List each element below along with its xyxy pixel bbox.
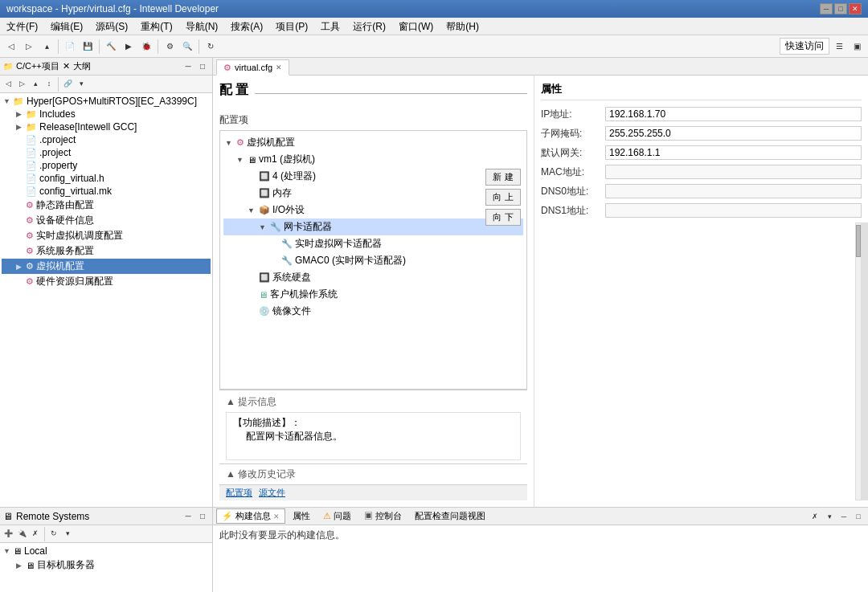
tree-item-cproject[interactable]: ▶ 📄 .cproject bbox=[2, 133, 211, 146]
new-config-button[interactable]: 新 建 bbox=[485, 169, 521, 186]
toolbar-extra1[interactable]: ☰ bbox=[831, 39, 847, 55]
prop-value-dns0[interactable] bbox=[605, 184, 862, 198]
prop-value-subnet[interactable]: 255.255.255.0 bbox=[605, 126, 862, 141]
tab-virtual-cfg[interactable]: ⚙ virtual.cfg ✕ bbox=[216, 59, 289, 76]
config-item-vm1[interactable]: ▼ 🖥 vm1 (虚拟机) bbox=[223, 151, 523, 168]
menu-project[interactable]: 项目(P) bbox=[269, 19, 314, 33]
hints-header[interactable]: ▲ 提示信息 bbox=[226, 394, 521, 410]
config-item-memory[interactable]: ▶ 🔲 内存 bbox=[223, 185, 523, 202]
remote-panel-maximize-btn[interactable]: □ bbox=[196, 510, 209, 523]
build-tab-console[interactable]: ▣ 控制台 bbox=[358, 508, 407, 524]
tree-item-hyper[interactable]: ▼ 📁 Hyper[GPOS+MultiRTOS][EC_A3399C] bbox=[2, 95, 211, 108]
tree-item-target-server[interactable]: ▶ 🖥 目标机服务器 bbox=[2, 557, 211, 573]
menu-run[interactable]: 运行(R) bbox=[346, 19, 392, 33]
config-item-virtual-config[interactable]: ▼ ⚙ 虚拟机配置 bbox=[223, 134, 523, 151]
tree-item-local[interactable]: ▼ 🖥 Local bbox=[2, 545, 211, 557]
toolbar-search[interactable]: 🔍 bbox=[179, 39, 195, 55]
tree-collapse-btn[interactable]: ↕ bbox=[43, 77, 55, 90]
config-item-netadapter[interactable]: ▼ 🔧 网卡适配器 bbox=[223, 218, 523, 235]
menu-refactor[interactable]: 重构(T) bbox=[134, 19, 178, 33]
menu-file[interactable]: 文件(F) bbox=[0, 19, 44, 33]
remote-panel-minimize-btn[interactable]: ─ bbox=[182, 510, 194, 523]
toolbar-settings[interactable]: ⚙ bbox=[162, 39, 178, 55]
prop-value-mac[interactable] bbox=[605, 165, 862, 179]
config-tab-source[interactable]: 源文件 bbox=[259, 487, 285, 499]
config-item-rt-netadapter[interactable]: ▶ 🔧 实时虚拟网卡适配器 bbox=[223, 235, 523, 252]
menu-source[interactable]: 源码(S) bbox=[89, 19, 134, 33]
tree-back-btn[interactable]: ◁ bbox=[2, 77, 14, 90]
static-route-label: 静态路由配置 bbox=[36, 198, 94, 212]
config-item-guestos[interactable]: ▶ 🖥 客户机操作系统 bbox=[223, 286, 523, 303]
tree-up-btn[interactable]: ▴ bbox=[29, 77, 42, 90]
config-item-syshard[interactable]: ▶ 🔲 系统硬盘 bbox=[223, 269, 523, 286]
menu-tools[interactable]: 工具 bbox=[314, 19, 346, 33]
menu-help[interactable]: 帮助(H) bbox=[440, 19, 485, 33]
minimize-button[interactable]: ─ bbox=[820, 3, 833, 14]
tree-forward-btn[interactable]: ▷ bbox=[15, 77, 28, 90]
build-maximize-btn[interactable]: □ bbox=[852, 510, 865, 523]
tree-item-includes[interactable]: ▶ 📁 Includes bbox=[2, 108, 211, 120]
config-item-gmac0[interactable]: ▶ 🔧 GMAC0 (实时网卡适配器) bbox=[223, 252, 523, 269]
left-panel-maximize-btn[interactable]: □ bbox=[196, 60, 209, 73]
tree-menu-btn[interactable]: ▾ bbox=[75, 77, 88, 90]
config-item-4cpu[interactable]: ▶ 🔲 4 (处理器) bbox=[223, 168, 523, 185]
move-up-button[interactable]: 向 上 bbox=[485, 189, 521, 206]
project-explorer-panel: 📁 C/C++项目 ✕ 大纲 ─ □ ◁ ▷ ▴ ↕ 🔗 ▾ bbox=[0, 58, 213, 507]
menu-navigate[interactable]: 导航(N) bbox=[179, 19, 225, 33]
history-header[interactable]: ▲ 修改历史记录 bbox=[226, 466, 521, 483]
toolbar-new[interactable]: 📄 bbox=[62, 39, 78, 55]
config-item-image[interactable]: ▶ 💿 镜像文件 bbox=[223, 303, 523, 320]
close-button[interactable]: ✕ bbox=[849, 3, 862, 14]
tree-item-sys-service[interactable]: ▶ ⚙ 系统服务配置 bbox=[2, 243, 211, 259]
build-tab-close[interactable]: ✕ bbox=[273, 512, 280, 521]
build-tab-info-label: 构建信息 bbox=[235, 511, 271, 521]
toolbar-save[interactable]: 💾 bbox=[80, 39, 96, 55]
remote-refresh-btn[interactable]: ↻ bbox=[47, 527, 60, 540]
remote-menu-btn[interactable]: ▾ bbox=[61, 527, 74, 540]
move-down-button[interactable]: 向 下 bbox=[485, 209, 521, 226]
syshard-node-icon: 🔲 bbox=[259, 272, 270, 283]
build-clear-btn[interactable]: ✗ bbox=[809, 510, 821, 523]
tree-link-btn[interactable]: 🔗 bbox=[61, 77, 74, 90]
tab-close-icon[interactable]: ✕ bbox=[276, 63, 282, 71]
menu-search[interactable]: 搜索(A) bbox=[224, 19, 269, 33]
quick-access-button[interactable]: 快速访问 bbox=[780, 38, 829, 55]
toolbar-refresh[interactable]: ↻ bbox=[203, 39, 219, 55]
tree-item-config-mk[interactable]: ▶ 📄 config_virtual.mk bbox=[2, 185, 211, 198]
menu-window[interactable]: 窗口(W) bbox=[392, 19, 440, 33]
toolbar-forward[interactable]: ▷ bbox=[21, 39, 37, 55]
build-tab-issues[interactable]: ⚠ 问题 bbox=[317, 508, 357, 524]
tree-item-static-route[interactable]: ▶ ⚙ 静态路由配置 bbox=[2, 198, 211, 213]
toolbar-extra2[interactable]: ▣ bbox=[849, 39, 865, 55]
config-item-io[interactable]: ▼ 📦 I/O外设 bbox=[223, 202, 523, 218]
build-tab-properties[interactable]: 属性 bbox=[287, 508, 316, 524]
remote-disconnect-btn[interactable]: ✗ bbox=[29, 527, 42, 540]
prop-value-ip[interactable]: 192.168.1.70 bbox=[605, 107, 862, 121]
toolbar-build[interactable]: 🔨 bbox=[103, 39, 119, 55]
build-tab-config-check[interactable]: 配置检查问题视图 bbox=[409, 508, 491, 524]
toolbar-run[interactable]: ▶ bbox=[121, 39, 137, 55]
build-tab-info[interactable]: ⚡ 构建信息 ✕ bbox=[216, 508, 285, 524]
tree-item-release[interactable]: ▶ 📁 Release[Intewell GCC] bbox=[2, 120, 211, 133]
toolbar-debug[interactable]: 🐞 bbox=[138, 39, 154, 55]
config-tab-config[interactable]: 配置项 bbox=[226, 487, 252, 499]
restore-button[interactable]: □ bbox=[834, 3, 847, 14]
tree-item-rtvmc[interactable]: ▶ ⚙ 实时虚拟机调度配置 bbox=[2, 228, 211, 243]
prop-value-dns1[interactable] bbox=[605, 203, 862, 218]
tree-item-property[interactable]: ▶ 📄 .property bbox=[2, 159, 211, 172]
menu-edit[interactable]: 编辑(E) bbox=[44, 19, 89, 33]
build-menu-btn[interactable]: ▾ bbox=[823, 510, 836, 523]
prop-value-gateway[interactable]: 192.168.1.1 bbox=[605, 145, 862, 160]
build-minimize-btn[interactable]: ─ bbox=[837, 510, 850, 523]
toolbar-back[interactable]: ◁ bbox=[3, 39, 19, 55]
left-panel-minimize-btn[interactable]: ─ bbox=[182, 60, 194, 73]
tree-item-config-h[interactable]: ▶ 📄 config_virtual.h bbox=[2, 172, 211, 185]
toolbar-up[interactable]: ▴ bbox=[39, 39, 55, 55]
tree-item-hw-resource[interactable]: ▶ ⚙ 硬件资源归属配置 bbox=[2, 274, 211, 289]
tree-item-virtual-cfg[interactable]: ▶ ⚙ 虚拟机配置 bbox=[2, 259, 211, 274]
remote-connect-btn[interactable]: 🔌 bbox=[15, 527, 28, 540]
remote-new-btn[interactable]: ➕ bbox=[2, 527, 14, 540]
tree-item-device-hw[interactable]: ▶ ⚙ 设备硬件信息 bbox=[2, 213, 211, 228]
menubar: 文件(F) 编辑(E) 源码(S) 重构(T) 导航(N) 搜索(A) 项目(P… bbox=[0, 18, 868, 35]
tree-item-project[interactable]: ▶ 📄 .project bbox=[2, 146, 211, 159]
